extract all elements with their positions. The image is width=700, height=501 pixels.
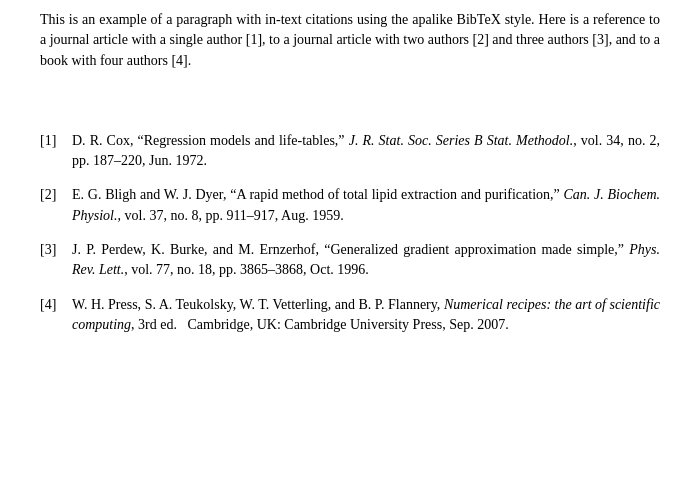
ref-content-2: E. G. Bligh and W. J. Dyer, “A rapid met… [72, 185, 660, 226]
ref-entry-3: [3]J. P. Perdew, K. Burke, and M. Ernzer… [40, 240, 660, 281]
references-section: [1]D. R. Cox, “Regression models and lif… [40, 131, 660, 335]
ref-normal-4: W. H. Press, S. A. Teukolsky, W. T. Vett… [72, 297, 444, 312]
ref-content-4: W. H. Press, S. A. Teukolsky, W. T. Vett… [72, 295, 660, 336]
ref-italic-1: J. R. Stat. Soc. Series B Stat. Methodol… [349, 133, 574, 148]
ref-entry-1: [1]D. R. Cox, “Regression models and lif… [40, 131, 660, 172]
ref-normal-3: , vol. 77, no. 18, pp. 3865–3868, Oct. 1… [124, 262, 369, 277]
ref-label-2: [2] [40, 185, 72, 205]
ref-entry-2: [2]E. G. Bligh and W. J. Dyer, “A rapid … [40, 185, 660, 226]
ref-label-1: [1] [40, 131, 72, 151]
ref-content-1: D. R. Cox, “Regression models and life-t… [72, 131, 660, 172]
intro-paragraph: This is an example of a paragraph with i… [40, 10, 660, 71]
ref-content-3: J. P. Perdew, K. Burke, and M. Ernzerhof… [72, 240, 660, 281]
ref-normal-3: J. P. Perdew, K. Burke, and M. Ernzerhof… [72, 242, 629, 257]
intro-text: This is an example of a paragraph with i… [40, 12, 660, 68]
ref-label-4: [4] [40, 295, 72, 315]
ref-normal-2: E. G. Bligh and W. J. Dyer, “A rapid met… [72, 187, 564, 202]
ref-normal-2: , vol. 37, no. 8, pp. 911–917, Aug. 1959… [118, 208, 344, 223]
ref-entry-4: [4]W. H. Press, S. A. Teukolsky, W. T. V… [40, 295, 660, 336]
ref-normal-4: , 3rd ed. Cambridge, UK: Cambridge Unive… [131, 317, 509, 332]
ref-label-3: [3] [40, 240, 72, 260]
ref-normal-1: D. R. Cox, “Regression models and life-t… [72, 133, 349, 148]
